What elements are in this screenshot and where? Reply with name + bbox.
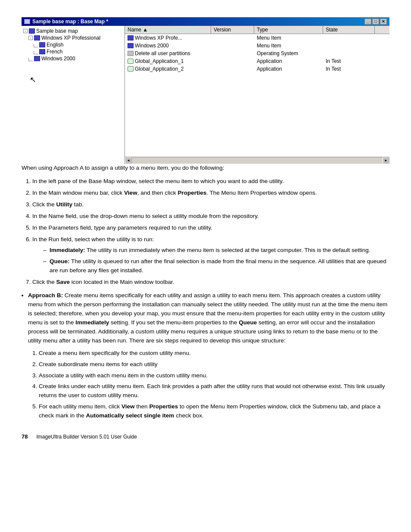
- title-icon: [24, 19, 30, 24]
- product-name: ImageUltra Builder Version 5.01 User Gui…: [36, 434, 137, 440]
- cursor-icon: ↖: [30, 75, 36, 84]
- tree-item-win2000[interactable]: Windows 2000: [28, 55, 123, 62]
- steps-list: In the left pane of the Base Map window,…: [32, 177, 389, 287]
- monitor-icon-english: [39, 42, 45, 47]
- b-step-item: For each utility menu item, click View t…: [39, 402, 389, 420]
- list-item: Click the Save icon located in the Main …: [32, 278, 389, 287]
- b-step-item: Create links under each utility menu ite…: [39, 382, 389, 400]
- cell-version-4: [211, 65, 254, 73]
- tree-label-win2000: Windows 2000: [41, 56, 75, 62]
- table-row[interactable]: Global_Application_1 Application In Test: [125, 57, 389, 65]
- table-row[interactable]: Global_Application_2 Application In Test: [125, 65, 389, 73]
- intro-text: When using Approach A to assign a utilit…: [22, 164, 389, 173]
- cell-version-2: [211, 50, 254, 57]
- col-header-state[interactable]: State: [323, 26, 375, 34]
- cell-name-3: Global_Application_1: [135, 58, 184, 64]
- scroll-track[interactable]: [132, 157, 383, 164]
- monitor-icon-winxp: [34, 35, 40, 40]
- tree-label-winxp: Windows XP Professional: [41, 35, 100, 41]
- table-row[interactable]: Windows XP Profe... Menu Item: [125, 34, 389, 42]
- cell-name-4: Global_Application_2: [135, 66, 184, 72]
- monitor-icon-win2000: [34, 56, 40, 61]
- window-titlebar: Sample base map : Base Map * _ □ ✕: [22, 17, 389, 26]
- list-item: In the Main window menu bar, click View,…: [32, 189, 389, 198]
- monitor-icon: [29, 28, 35, 34]
- page-number: 78: [22, 433, 28, 440]
- nested-list-item: Immediately: The utility is run immediat…: [43, 246, 389, 255]
- tree-pane: - Sample base map - Windows XP Professio…: [22, 26, 125, 164]
- tree-label-root: Sample base map: [36, 28, 78, 34]
- b-step-item: Associate a utility with each menu item …: [39, 371, 389, 380]
- main-content: When using Approach A to assign a utilit…: [22, 164, 389, 420]
- tree-label-french: French: [47, 49, 62, 55]
- cell-name-0: Windows XP Profe...: [135, 35, 182, 41]
- scroll-left-button[interactable]: ◄: [125, 157, 132, 164]
- row-icon-3: [128, 59, 134, 64]
- page-footer: 78 ImageUltra Builder Version 5.01 User …: [22, 433, 389, 440]
- monitor-icon-french: [39, 49, 45, 54]
- table-row[interactable]: Windows 2000 Menu Item: [125, 42, 389, 50]
- table-row[interactable]: Delete all user partitions Operating Sys…: [125, 50, 389, 57]
- window-title: Sample base map : Base Map *: [32, 19, 108, 25]
- col-header-type[interactable]: Type: [254, 26, 323, 34]
- cell-state-2: [323, 50, 375, 57]
- tree-toggle-winxp[interactable]: -: [28, 36, 33, 40]
- row-icon-1: [128, 43, 134, 48]
- approach-b-list: Approach B: Create menu items specifical…: [28, 291, 389, 420]
- row-icon-4: [128, 66, 134, 72]
- list-item: In the left pane of the Base Map window,…: [32, 177, 389, 186]
- cell-state-0: [323, 34, 375, 42]
- col-header-version[interactable]: Version: [211, 26, 254, 34]
- row-icon-0: [128, 35, 134, 40]
- b-step-item: Create subordinate menu items for each u…: [39, 360, 389, 369]
- grid-body: Windows XP Profe... Menu Item Windows 20…: [125, 34, 389, 157]
- cell-state-4: In Test: [323, 65, 375, 73]
- horizontal-scrollbar[interactable]: ◄ ►: [125, 157, 389, 164]
- cell-name-1: Windows 2000: [135, 43, 169, 49]
- row-icon-2: [128, 51, 134, 56]
- maximize-button[interactable]: □: [372, 19, 379, 25]
- cell-state-1: [323, 42, 375, 50]
- list-item: In the Parameters field, type any parame…: [32, 224, 389, 233]
- sub-list: Immediately: The utility is run immediat…: [43, 246, 389, 275]
- minimize-button[interactable]: _: [364, 19, 371, 25]
- list-item: In the Run field, select when the utilit…: [32, 235, 389, 276]
- col-header-name[interactable]: Name ▲: [125, 26, 211, 34]
- cell-type-2: Operating System: [254, 50, 323, 57]
- content-pane: Name ▲ Version Type State Windows XP P: [125, 26, 389, 164]
- tree-item-french[interactable]: French: [34, 48, 123, 55]
- list-item: Click the Utility tab.: [32, 200, 389, 209]
- cell-state-3: In Test: [323, 57, 375, 65]
- tree-label-english: English: [47, 42, 63, 48]
- grid-header: Name ▲ Version Type State: [125, 26, 389, 34]
- cell-name-2: Delete all user partitions: [135, 50, 190, 56]
- cell-version-1: [211, 42, 254, 50]
- approach-b-item: Approach B: Create menu items specifical…: [28, 291, 389, 420]
- nested-list-item: Queue: The utility is queued to run afte…: [43, 257, 389, 275]
- list-item: In the Name field, use the drop-down men…: [32, 212, 389, 221]
- cell-version-3: [211, 57, 254, 65]
- cell-type-4: Application: [254, 65, 323, 73]
- b-steps-list: Create a menu item specifically for the …: [39, 349, 389, 420]
- close-button[interactable]: ✕: [380, 19, 387, 25]
- tree-item-root[interactable]: - Sample base map: [23, 28, 123, 34]
- cell-version-0: [211, 34, 254, 42]
- b-step-item: Create a menu item specifically for the …: [39, 349, 389, 358]
- tree-toggle-root[interactable]: -: [23, 29, 28, 33]
- cell-type-3: Application: [254, 57, 323, 65]
- cell-type-0: Menu Item: [254, 34, 323, 42]
- tree-item-english[interactable]: English: [34, 41, 123, 48]
- window: Sample base map : Base Map * _ □ ✕ - Sam…: [22, 17, 389, 164]
- scroll-right-button[interactable]: ►: [383, 157, 389, 164]
- cell-type-1: Menu Item: [254, 42, 323, 50]
- tree-item-winxp[interactable]: - Windows XP Professional: [28, 34, 123, 41]
